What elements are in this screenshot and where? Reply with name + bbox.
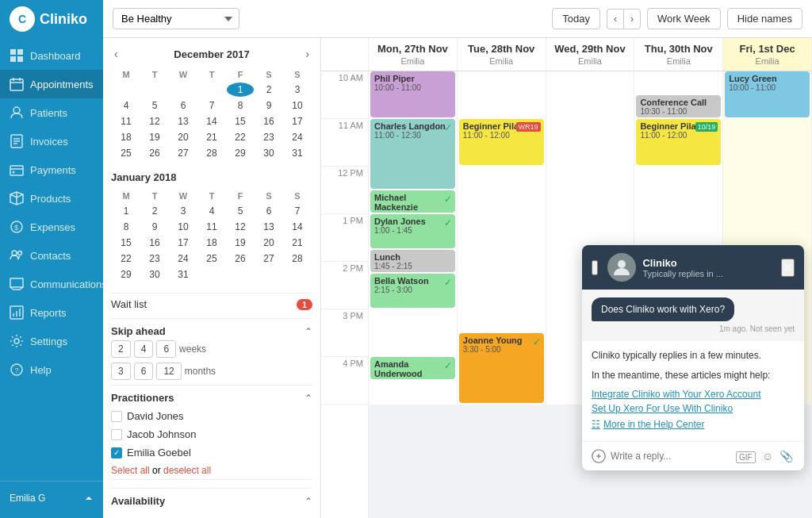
calendar-wrapper: Mon, 27th Nov Emilia Tue, 28th Nov Emili… bbox=[321, 38, 812, 518]
appt-phil-piper[interactable]: Phil Piper 10:00 - 11:00 bbox=[370, 71, 455, 117]
svg-rect-13 bbox=[10, 166, 23, 175]
sidebar-item-reports[interactable]: Reports bbox=[0, 298, 103, 327]
top-bar: Be Healthy Today ‹ › Work Week Hide name… bbox=[103, 0, 812, 38]
calendar-area: ‹ December 2017 › M T W T F S S bbox=[103, 38, 812, 518]
practitioner-links: Select all or deselect all bbox=[111, 465, 312, 476]
time-1pm: 1 PM bbox=[321, 214, 368, 262]
sidebar-item-products[interactable]: Products bbox=[0, 184, 103, 213]
day-header-thu: Thu, 30th Nov Emilia bbox=[634, 38, 723, 71]
next-week-button[interactable]: › bbox=[623, 9, 641, 29]
chat-back-button[interactable]: ‹ bbox=[592, 260, 598, 275]
attachment-button[interactable]: 📎 bbox=[778, 448, 795, 464]
chat-timestamp: 1m ago. Not seen yet bbox=[592, 324, 795, 333]
sidebar-item-invoices[interactable]: Invoices bbox=[0, 127, 103, 155]
wed-practitioner: Emilia bbox=[553, 56, 628, 66]
sidebar: C Cliniko Dashboard Appointments Patient… bbox=[0, 0, 103, 518]
today-button[interactable]: Today bbox=[552, 8, 600, 29]
skip-6-months[interactable]: 6 bbox=[134, 363, 154, 380]
sidebar-item-expenses[interactable]: $ Expenses bbox=[0, 213, 103, 241]
invoices-label: Invoices bbox=[30, 136, 68, 148]
next-month-button[interactable]: › bbox=[302, 46, 312, 62]
skip-3-months[interactable]: 3 bbox=[111, 363, 131, 380]
skip-ahead-section: Skip ahead ⌃ bbox=[111, 318, 312, 340]
sidebar-item-payments[interactable]: Payments bbox=[0, 155, 103, 184]
day-header-wed: Wed, 29th Nov Emilia bbox=[546, 38, 635, 71]
products-icon bbox=[10, 191, 24, 205]
or-text: or bbox=[152, 465, 163, 476]
appt-beginner-pilates-thu[interactable]: Beginner Pilates 11:00 - 12:00 10/19 bbox=[636, 119, 721, 165]
appt-michael-mackenzie[interactable]: ✓ Michael Mackenzie 12:30 - 1:00 bbox=[370, 190, 455, 213]
left-panel: ‹ December 2017 › M T W T F S S bbox=[103, 38, 321, 518]
chevron-up-icon bbox=[84, 493, 94, 503]
contacts-label: Contacts bbox=[30, 250, 71, 262]
prev-month-button[interactable]: ‹ bbox=[111, 46, 121, 62]
chat-footer: GIF ☺ 📎 bbox=[582, 441, 804, 470]
wait-list-row[interactable]: Wait list 1 bbox=[111, 293, 312, 315]
contacts-icon bbox=[10, 248, 24, 263]
appt-lunch[interactable]: Lunch 1:45 - 2:15 bbox=[370, 250, 455, 272]
availability-section: Availability ⌃ bbox=[111, 479, 312, 510]
select-all-link[interactable]: Select all bbox=[111, 465, 150, 476]
more-help-link[interactable]: ☷ More in the Help Center bbox=[592, 419, 795, 430]
jan-calendar-grid: MTWTFSS 1234567 891011121314 15161718192… bbox=[111, 188, 312, 283]
sidebar-item-patients[interactable]: Patients bbox=[0, 98, 103, 127]
day-header-s2: S bbox=[284, 68, 311, 81]
chat-reply-input[interactable] bbox=[611, 451, 730, 462]
dashboard-label: Dashboard bbox=[30, 50, 81, 62]
main-content: Be Healthy Today ‹ › Work Week Hide name… bbox=[103, 0, 812, 518]
david-jones-checkbox[interactable] bbox=[111, 411, 122, 422]
appt-charles-langdon[interactable]: ✓ Charles Langdon 11:00 - 12:30 bbox=[370, 119, 455, 189]
sidebar-item-settings[interactable]: Settings bbox=[0, 327, 103, 355]
emoji-button[interactable]: ☺ bbox=[760, 448, 775, 464]
chat-link1[interactable]: Integrate Cliniko with Your Xero Account bbox=[592, 389, 795, 400]
skip-12-months[interactable]: 12 bbox=[156, 363, 181, 380]
sidebar-item-appointments[interactable]: Appointments bbox=[0, 70, 103, 98]
appt-joanne-young[interactable]: ✓ Joanne Young 3:30 - 5:00 bbox=[459, 333, 544, 403]
svg-rect-3 bbox=[17, 56, 23, 62]
chat-close-button[interactable]: ✕ bbox=[781, 259, 795, 277]
chat-bubble: Does Cliniko work with Xero? bbox=[592, 297, 734, 321]
gif-button[interactable]: GIF bbox=[734, 448, 757, 464]
appt-amanda-underwood[interactable]: ✓ Amanda Underwood 4:00 - 4:30 bbox=[370, 357, 455, 379]
skip-6-weeks[interactable]: 6 bbox=[156, 340, 176, 358]
appt-beginner-pilates-tue[interactable]: Beginner Pilates 11:00 - 12:00 WR19 bbox=[459, 119, 544, 165]
emilia-goebel-checkbox[interactable] bbox=[111, 447, 122, 459]
prev-week-button[interactable]: ‹ bbox=[607, 9, 623, 29]
chat-widget: ‹ Cliniko Typically replies in ... bbox=[582, 245, 804, 470]
dec-1[interactable]: 1 bbox=[227, 82, 254, 97]
svg-rect-0 bbox=[10, 49, 16, 55]
tue-day-name: Tue, 28th Nov bbox=[464, 43, 539, 55]
business-select[interactable]: Be Healthy bbox=[113, 8, 239, 29]
sidebar-item-contacts[interactable]: Contacts bbox=[0, 241, 103, 270]
time-col-header bbox=[321, 38, 369, 71]
deselect-all-link[interactable]: deselect all bbox=[163, 465, 211, 476]
practitioners-section: Practitioners ⌃ bbox=[111, 385, 312, 407]
work-week-button[interactable]: Work Week bbox=[647, 8, 721, 29]
skip-2-weeks[interactable]: 2 bbox=[111, 340, 131, 358]
time-4pm: 4 PM bbox=[321, 357, 368, 405]
svg-point-29 bbox=[618, 260, 626, 268]
svg-rect-2 bbox=[10, 56, 16, 62]
time-3pm: 3 PM bbox=[321, 309, 368, 357]
appt-conference-call[interactable]: Conference Call 10:30 - 11:00 bbox=[636, 95, 721, 117]
appt-lucy-green[interactable]: Lucy Green 10:00 - 11:00 bbox=[725, 71, 810, 117]
jacob-johnson-checkbox[interactable] bbox=[111, 429, 122, 440]
fri-day-name: Fri, 1st Dec bbox=[730, 43, 805, 55]
svg-text:$: $ bbox=[14, 224, 18, 232]
hide-names-button[interactable]: Hide names bbox=[727, 8, 802, 29]
dec-calendar-title: December 2017 bbox=[174, 48, 249, 60]
appt-bella-watson[interactable]: ✓ Bella Watson 2:15 - 3:00 bbox=[370, 274, 455, 308]
chat-avatar bbox=[607, 253, 636, 282]
svg-rect-1 bbox=[17, 49, 23, 55]
appt-dylan-jones[interactable]: ✓ Dylan Jones 1:00 - 1:45 bbox=[370, 214, 455, 248]
sidebar-item-communications[interactable]: Communications bbox=[0, 270, 103, 298]
skip-4-weeks[interactable]: 4 bbox=[134, 340, 154, 358]
communications-icon bbox=[10, 277, 24, 291]
chat-link2[interactable]: Set Up Xero For Use With Cliniko bbox=[592, 403, 795, 414]
logo-icon: C bbox=[10, 6, 35, 32]
sidebar-item-dashboard[interactable]: Dashboard bbox=[0, 41, 103, 70]
sidebar-item-help[interactable]: ? Help bbox=[0, 355, 103, 384]
day-header-tue: Tue, 28th Nov Emilia bbox=[458, 38, 546, 71]
mon-day-name: Mon, 27th Nov bbox=[375, 43, 450, 55]
user-row[interactable]: Emilia G bbox=[10, 488, 94, 508]
